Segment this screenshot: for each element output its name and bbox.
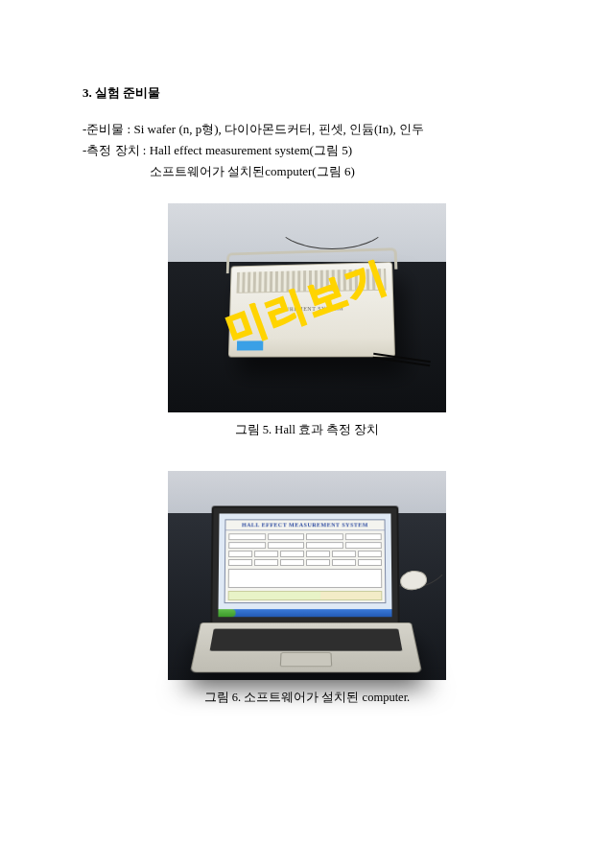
input-field [344, 542, 381, 549]
input-field [268, 533, 304, 540]
figure-6-block: HALL EFFECT MEASUREMENT SYSTEM [83, 471, 531, 706]
device-label-text: SUREMENT SYSTEM [281, 306, 343, 313]
lab-bench-scene-2: HALL EFFECT MEASUREMENT SYSTEM [168, 471, 446, 680]
figure-6-photo-wrap: HALL EFFECT MEASUREMENT SYSTEM [168, 471, 446, 680]
input-field [280, 551, 304, 557]
keyboard [210, 629, 403, 651]
input-field [306, 551, 330, 557]
materials-line: -준비물 : Si wafer (n, p형), 다이아몬드커터, 핀셋, 인듐… [83, 119, 531, 140]
input-field [332, 551, 356, 557]
input-field [228, 559, 252, 566]
input-field [268, 542, 304, 549]
document-page: 3. 실험 준비물 -준비물 : Si wafer (n, p형), 다이아몬드… [0, 0, 614, 744]
cable-icon [273, 190, 390, 249]
input-field [332, 559, 356, 566]
measurement-device: SUREMENT SYSTEM [228, 262, 395, 358]
input-field [358, 551, 382, 557]
input-field [228, 551, 252, 557]
figure-5-photo: SUREMENT SYSTEM [168, 203, 446, 412]
apparatus-line-1: -측정 장치 : Hall effect measurement system(… [83, 140, 531, 161]
input-field [344, 533, 381, 540]
input-field [280, 559, 304, 566]
section-title-text: 실험 준비물 [95, 85, 160, 100]
section-heading: 3. 실험 준비물 [83, 84, 531, 102]
apparatus-label: -측정 장치 : [83, 143, 150, 157]
device-vent [237, 269, 387, 293]
figure-5-photo-wrap: SUREMENT SYSTEM 미리보기 [168, 203, 446, 412]
section-number: 3. [83, 85, 92, 100]
touchpad [280, 653, 332, 668]
lab-bench-scene-1: SUREMENT SYSTEM [168, 203, 446, 412]
laptop-screen-frame: HALL EFFECT MEASUREMENT SYSTEM [210, 506, 399, 625]
app-window: HALL EFFECT MEASUREMENT SYSTEM [224, 520, 387, 604]
input-field [228, 542, 265, 549]
figure-6-caption: 그림 6. 소프트웨어가 설치된 computer. [83, 690, 531, 706]
field-row [228, 533, 382, 540]
tweezers-icon [373, 353, 431, 363]
apparatus-value-2: 소프트웨어가 설치된computer(그림 6) [150, 164, 355, 178]
input-field [254, 559, 278, 566]
input-field [254, 551, 278, 557]
laptop-screen: HALL EFFECT MEASUREMENT SYSTEM [218, 514, 391, 618]
input-field [306, 533, 342, 540]
figure-5-caption: 그림 5. Hall 효과 측정 장치 [83, 422, 531, 438]
materials-value: Si wafer (n, p형), 다이아몬드커터, 핀셋, 인듐(In), 인… [133, 122, 424, 136]
laptop: HALL EFFECT MEASUREMENT SYSTEM [201, 505, 410, 686]
field-row [228, 542, 382, 549]
app-graph-area [228, 569, 382, 588]
input-field [228, 533, 265, 540]
materials-label: -준비물 : [83, 122, 133, 136]
laptop-deck [190, 622, 422, 672]
windows-taskbar [218, 609, 391, 617]
input-field [306, 559, 330, 566]
apparatus-line-2: 소프트웨어가 설치된computer(그림 6) [83, 161, 531, 182]
field-row [228, 551, 382, 557]
device-sticker [237, 341, 264, 351]
app-status-bar [228, 591, 383, 600]
apparatus-value-1: Hall effect measurement system(그림 5) [150, 143, 352, 157]
app-window-title: HALL EFFECT MEASUREMENT SYSTEM [225, 521, 384, 531]
input-field [306, 542, 342, 549]
figure-6-photo: HALL EFFECT MEASUREMENT SYSTEM [168, 471, 446, 680]
figure-5-block: SUREMENT SYSTEM 미리보기 그림 5. Hall 효과 측정 장치 [83, 203, 531, 438]
app-window-body [225, 531, 386, 604]
input-field [358, 559, 382, 566]
field-row [228, 559, 382, 566]
